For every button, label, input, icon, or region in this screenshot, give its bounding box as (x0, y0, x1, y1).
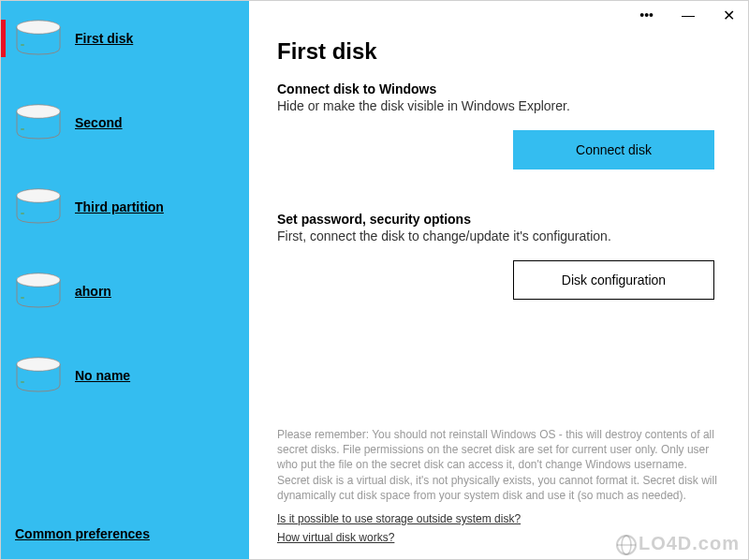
sidebar-item-label: Third partition (75, 199, 164, 214)
sidebar-list: First disk Second Third partition ahorn … (1, 1, 249, 508)
sidebar-item-label: First disk (75, 31, 133, 46)
sidebar-item-ahorn[interactable]: ahorn (1, 263, 249, 319)
globe-icon (616, 535, 637, 555)
content: First disk Connect disk to Windows Hide … (249, 29, 748, 559)
disk-icon (15, 188, 62, 226)
disk-icon (15, 20, 62, 57)
sidebar-item-label: Second (75, 115, 123, 130)
reminder-note: Please remember: You should not reinstal… (277, 427, 720, 503)
connect-section-desc: Hide or make the disk visible in Windows… (277, 98, 720, 113)
disk-configuration-button[interactable]: Disk configuration (513, 260, 714, 300)
connect-button-row: Connect disk (277, 130, 720, 169)
sidebar: First disk Second Third partition ahorn … (1, 1, 249, 559)
close-button[interactable]: ✕ (723, 7, 735, 24)
disk-icon (15, 357, 62, 394)
disk-icon (15, 104, 62, 141)
common-preferences-link[interactable]: Common preferences (15, 526, 150, 541)
watermark: LO4D.com (616, 533, 740, 555)
more-button[interactable]: ••• (639, 7, 654, 22)
main-pane: ••• — ✕ First disk Connect disk to Windo… (249, 1, 748, 559)
app-window: First disk Second Third partition ahorn … (0, 0, 749, 560)
sidebar-item-first-disk[interactable]: First disk (1, 10, 249, 66)
page-title: First disk (277, 38, 720, 65)
watermark-text: LO4D.com (639, 533, 740, 553)
sidebar-item-label: ahorn (75, 284, 111, 299)
faq-storage-link[interactable]: Is it possible to use storage outside sy… (277, 512, 720, 525)
disk-icon (15, 273, 62, 310)
sidebar-item-no-name[interactable]: No name (1, 347, 249, 404)
titlebar: ••• — ✕ (249, 1, 748, 29)
sidebar-item-third-partition[interactable]: Third partition (1, 179, 249, 235)
security-section-title: Set password, security options (277, 212, 720, 227)
sidebar-item-second[interactable]: Second (1, 95, 249, 151)
sidebar-item-label: No name (75, 368, 130, 383)
connect-disk-button[interactable]: Connect disk (513, 130, 714, 169)
spacer (277, 342, 720, 427)
config-button-row: Disk configuration (277, 260, 720, 300)
connect-section-title: Connect disk to Windows (277, 81, 720, 96)
sidebar-bottom: Common preferences (1, 508, 249, 559)
security-section-desc: First, connect the disk to change/update… (277, 228, 720, 243)
minimize-button[interactable]: — (682, 7, 695, 22)
